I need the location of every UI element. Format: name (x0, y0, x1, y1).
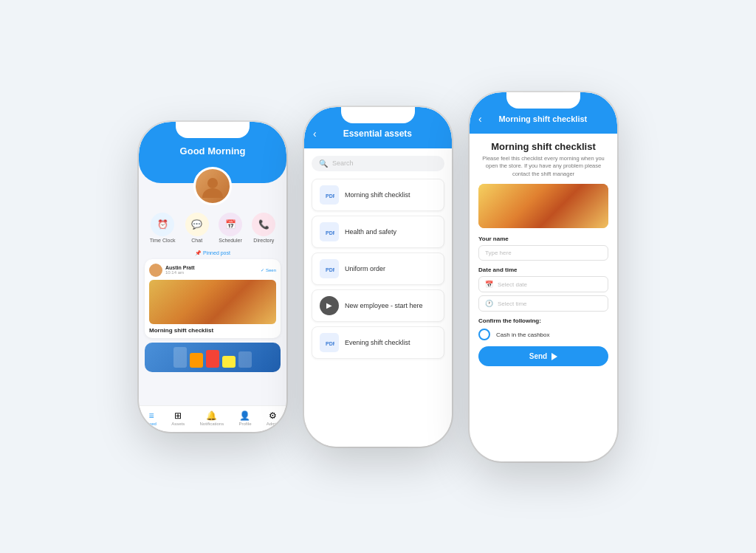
search-icon: 🔍 (319, 159, 328, 168)
scene: Good Morning ⏰ Time Clock (124, 63, 632, 491)
calendar-icon: 📅 (485, 281, 493, 288)
svg-text:PDF: PDF (326, 341, 334, 346)
chart-bar-1 (173, 347, 187, 368)
back-button-3[interactable]: ‹ (478, 113, 482, 125)
your-name-label: Your name (478, 236, 608, 242)
checklist-header-title: Morning shift checklist (488, 114, 598, 123)
checklist-content: Morning shift checklist Please feel this… (470, 134, 617, 461)
phone-notch-2 (341, 107, 415, 123)
datetime-group: 📅 Select date 🕐 Select time (478, 276, 608, 312)
notifications-icon: 🔔 (206, 411, 217, 421)
date-placeholder: Select date (498, 281, 527, 288)
post-time: 10:14 am (165, 270, 195, 275)
nav-notifications[interactable]: 🔔 Notifications (199, 411, 224, 426)
checklist-item-cash[interactable]: Cash in the cashbox (478, 329, 608, 340)
confirm-label: Confirm the following: (478, 317, 608, 324)
send-label: Send (529, 352, 547, 360)
send-arrow-icon (551, 353, 557, 360)
checklist-image (478, 184, 608, 228)
pdf-icon-1: PDF (320, 185, 339, 205)
user-avatar-wrap (139, 167, 286, 205)
clock-icon: 🕐 (485, 300, 493, 307)
bottom-navbar: ≡ Feed ⊞ Assets 🔔 Notifications 👤 Profil… (139, 405, 286, 432)
checkbox-cash[interactable] (478, 329, 490, 340)
list-item-evening-checklist[interactable]: PDF Evening shift checklist (312, 326, 444, 359)
nav-profile[interactable]: 👤 Profile (238, 411, 251, 426)
item-label-3: Uniform order (345, 265, 385, 272)
timeclock-label: Time Clock (150, 238, 176, 243)
item-label-4: New employee - start here (345, 302, 423, 309)
feed-icon: ≡ (148, 411, 154, 421)
list-item-morning-checklist[interactable]: PDF Morning shift checklist (312, 179, 444, 211)
chart-bar-2 (190, 353, 203, 368)
time-placeholder: Select time (498, 300, 527, 307)
directory-label: Directory (253, 238, 274, 243)
admin-nav-label: Admin (267, 422, 279, 426)
quick-actions: ⏰ Time Clock 💬 Chat 📅 Scheduler (139, 205, 286, 247)
list-item-new-employee[interactable]: ▶ New employee - start here (312, 289, 444, 322)
svg-text:PDF: PDF (326, 193, 334, 199)
chart-bar-3 (206, 350, 219, 368)
checkbox-cash-label: Cash in the cashbox (496, 332, 550, 338)
date-time-label: Date and time (478, 267, 608, 273)
list-item-health-safety[interactable]: PDF Health and safety (312, 216, 444, 248)
item-label-2: Health and safety (345, 228, 396, 236)
phone-notch-3 (506, 92, 580, 109)
timeclock-action[interactable]: ⏰ Time Clock (150, 213, 176, 243)
chart-bar-5 (238, 351, 252, 368)
send-button[interactable]: Send (478, 346, 608, 366)
phone-feed: Good Morning ⏰ Time Clock (139, 122, 286, 432)
post-caption: Morning shift checklist (149, 327, 276, 334)
post-card[interactable]: Austin Pratt 10:14 am ✓ Seen Morning shi… (145, 259, 281, 338)
assets-nav-label: Assets (171, 422, 185, 426)
post-image (149, 280, 276, 324)
post-card-2[interactable] (145, 343, 281, 372)
post-seen: ✓ Seen (261, 267, 276, 272)
assets-icon: ⊞ (174, 411, 182, 421)
checklist-subtitle: Please feel this checklist every morning… (478, 155, 608, 179)
admin-icon: ⚙ (269, 411, 277, 421)
pdf-icon-2: PDF (320, 222, 339, 241)
notifications-nav-label: Notifications (199, 422, 224, 426)
svg-point-0 (207, 178, 218, 188)
play-icon: ▶ (320, 296, 339, 315)
chart-bar-4 (222, 356, 236, 368)
date-input[interactable]: 📅 Select date (478, 276, 608, 292)
nav-feed[interactable]: ≡ Feed (146, 411, 157, 426)
chat-action[interactable]: 💬 Chat (185, 213, 209, 243)
list-item-uniform[interactable]: PDF Uniform order (312, 253, 444, 285)
post-author-name: Austin Pratt (165, 265, 195, 270)
pdf-icon-4: PDF (320, 333, 339, 352)
item-label-5: Evening shift checklist (345, 339, 410, 346)
assets-list: PDF Morning shift checklist PDF Health a… (304, 176, 452, 447)
feed-nav-label: Feed (146, 422, 157, 426)
feed-greeting: Good Morning (139, 145, 286, 157)
user-avatar (193, 167, 232, 205)
checklist-title: Morning shift checklist (478, 141, 608, 152)
svg-text:PDF: PDF (326, 267, 334, 272)
phone-notch (176, 122, 250, 138)
scheduler-action[interactable]: 📅 Scheduler (219, 213, 242, 243)
post-author-avatar (149, 264, 162, 277)
item-label-1: Morning shift checklist (345, 191, 410, 199)
svg-text:PDF: PDF (326, 230, 334, 236)
nav-assets[interactable]: ⊞ Assets (171, 411, 185, 426)
feed-content: 📌 Pinned post Austin Pratt 10:14 am ✓ Se… (139, 247, 286, 405)
time-input[interactable]: 🕐 Select time (478, 295, 608, 312)
directory-action[interactable]: 📞 Directory (252, 213, 275, 243)
your-name-input[interactable]: Type here (478, 245, 608, 261)
pdf-icon-3: PDF (320, 259, 339, 278)
chat-label: Chat (191, 238, 202, 243)
search-placeholder: Search (332, 159, 354, 167)
phone-assets: ‹ Essential assets 🔍 Search PDF Morning … (304, 107, 452, 447)
profile-nav-label: Profile (238, 422, 251, 426)
pinned-label: 📌 Pinned post (145, 250, 281, 256)
nav-admin[interactable]: ⚙ Admin (267, 411, 279, 426)
profile-icon: 👤 (239, 411, 250, 421)
phone-checklist: ‹ Morning shift checklist Morning shift … (470, 92, 617, 461)
scheduler-label: Scheduler (219, 238, 242, 243)
search-bar[interactable]: 🔍 Search (312, 156, 444, 171)
back-button[interactable]: ‹ (313, 128, 317, 140)
assets-title: Essential assets (323, 128, 433, 139)
